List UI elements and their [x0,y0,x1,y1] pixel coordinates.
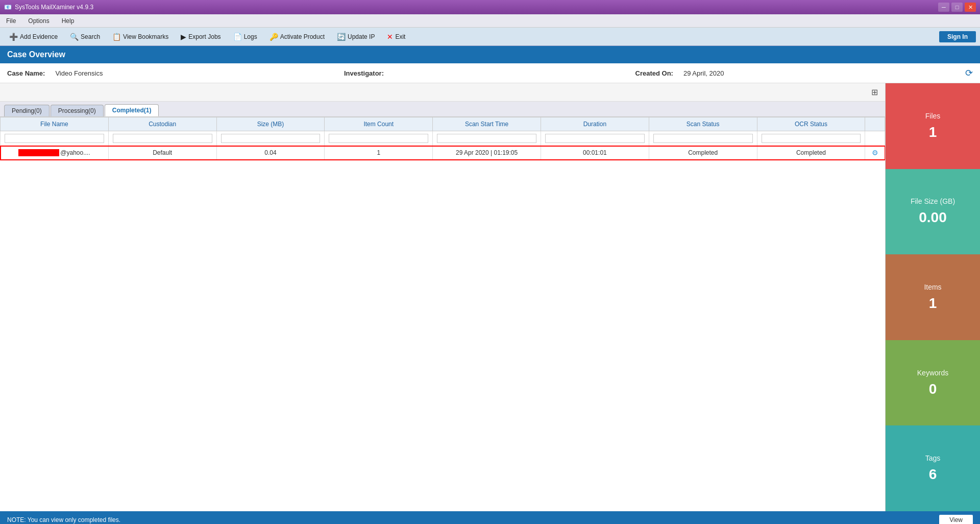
created-on-value: 29 April, 2020 [683,69,724,77]
search-icon: 🔍 [70,33,79,41]
stat-label: File Size (GB) [911,197,955,205]
right-panel: Files1File Size (GB)0.00Items1Keywords0T… [886,83,980,511]
stat-value: 0.00 [919,209,947,226]
case-name-label: Case Name: [7,69,45,77]
cell-duration: 00:01:01 [541,146,649,160]
stat-card-keywords: Keywords0 [886,340,980,426]
activate-product-button[interactable]: 🔑 Activate Product [264,31,330,42]
filter-custodian[interactable] [113,134,212,143]
left-panel: ⊞ Pending(0) Processing(0) Completed(1) … [0,83,886,511]
cell-filename: @yahoo.... [1,146,109,160]
close-button[interactable]: ✕ [965,3,976,12]
app-title: SysTools MailXaminer v4.9.3 [15,4,93,11]
view-button[interactable]: View [939,515,973,524]
menu-file[interactable]: File [4,16,18,26]
menu-options[interactable]: Options [26,16,51,26]
cell-scanstatus: Completed [649,146,757,160]
cell-custodian: Default [108,146,216,160]
panel-toolbar: ⊞ [0,83,885,102]
stat-label: Tags [925,454,941,462]
col-header-filename: File Name [1,117,109,131]
filter-duration[interactable] [545,134,645,143]
col-header-duration: Duration [541,117,649,131]
gear-icon[interactable]: ⚙ [872,149,878,157]
stat-card-tags: Tags6 [886,425,980,511]
stat-label: Files [925,112,941,120]
col-header-itemcount: Item Count [325,117,433,131]
cell-size: 0.04 [216,146,325,160]
filter-scanstart[interactable] [437,134,536,143]
table-container: File Name Custodian Size (MB) Item Count… [0,117,885,511]
filter-size[interactable] [221,134,321,143]
menu-help[interactable]: Help [60,16,77,26]
export-jobs-button[interactable]: ▶ Export Jobs [176,31,226,42]
investigator-label: Investigator: [344,69,384,77]
tab-completed[interactable]: Completed(1) [105,104,159,116]
search-button[interactable]: 🔍 Search [65,31,105,42]
col-header-actions [865,117,885,131]
stat-label: Items [924,283,941,291]
sign-in-button[interactable]: Sign In [939,31,976,42]
add-evidence-icon: ➕ [9,33,18,41]
title-bar: 📧 SysTools MailXaminer v4.9.3 ─ □ ✕ [0,0,980,14]
add-evidence-button[interactable]: ➕ Add Evidence [4,31,63,42]
menu-bar: File Options Help [0,14,980,28]
logs-button[interactable]: 📄 Logs [228,31,262,42]
exit-icon: ✕ [387,33,393,41]
minimize-button[interactable]: ─ [938,3,949,12]
stat-value: 0 [929,381,937,397]
tab-pending[interactable]: Pending(0) [4,105,50,116]
col-header-ocrstatus: OCR Status [757,117,865,131]
case-overview-header: Case Overview [0,46,980,63]
status-bar: NOTE: You can view only completed files.… [0,511,980,524]
case-name-value: Video Forensics [55,69,103,77]
table-row[interactable]: @yahoo....Default0.04129 Apr 2020 | 01:1… [1,146,885,160]
tabs-bar: Pending(0) Processing(0) Completed(1) [0,102,885,117]
cell-actions[interactable]: ⚙ [865,146,885,160]
filter-filename[interactable] [5,134,104,143]
evidence-table: File Name Custodian Size (MB) Item Count… [0,117,885,160]
col-header-custodian: Custodian [108,117,216,131]
bookmarks-icon: 📋 [112,33,121,41]
cell-scanstart: 29 Apr 2020 | 01:19:05 [433,146,541,160]
status-note: NOTE: You can view only completed files. [7,516,120,523]
col-header-size: Size (MB) [216,117,325,131]
grid-view-button[interactable]: ⊞ [868,86,881,98]
stat-value: 1 [929,295,937,312]
logs-icon: 📄 [233,33,242,41]
col-header-scanstart: Scan Start Time [433,117,541,131]
case-overview-title: Case Overview [7,50,65,59]
filename-text: @yahoo.... [60,149,90,156]
filename-redacted [18,149,59,156]
tab-processing[interactable]: Processing(0) [51,105,104,116]
created-on-label: Created On: [635,69,673,77]
update-ip-button[interactable]: 🔄 Update IP [332,31,380,42]
update-ip-icon: 🔄 [337,33,346,41]
stat-card-file-size-gb: File Size (GB)0.00 [886,169,980,255]
edit-case-icon[interactable]: ⟳ [965,67,973,79]
filter-scanstatus[interactable] [653,134,753,143]
cell-ocrstatus: Completed [757,146,865,160]
stat-value: 6 [929,466,937,483]
stat-value: 1 [929,124,937,140]
filter-ocrstatus[interactable] [762,134,861,143]
app-icon: 📧 [4,4,12,11]
activate-icon: 🔑 [270,33,278,41]
col-header-scanstatus: Scan Status [649,117,757,131]
stat-card-items: Items1 [886,254,980,340]
main-content: ⊞ Pending(0) Processing(0) Completed(1) … [0,83,980,511]
exit-button[interactable]: ✕ Exit [382,31,410,42]
maximize-button[interactable]: □ [951,3,963,12]
export-icon: ▶ [181,33,186,41]
case-info-bar: Case Name: Video Forensics Investigator:… [0,63,980,83]
filter-itemcount[interactable] [329,134,428,143]
cell-itemcount: 1 [325,146,433,160]
view-bookmarks-button[interactable]: 📋 View Bookmarks [107,31,174,42]
stat-label: Keywords [917,369,948,377]
stat-card-files: Files1 [886,83,980,169]
toolbar: ➕ Add Evidence 🔍 Search 📋 View Bookmarks… [0,28,980,46]
